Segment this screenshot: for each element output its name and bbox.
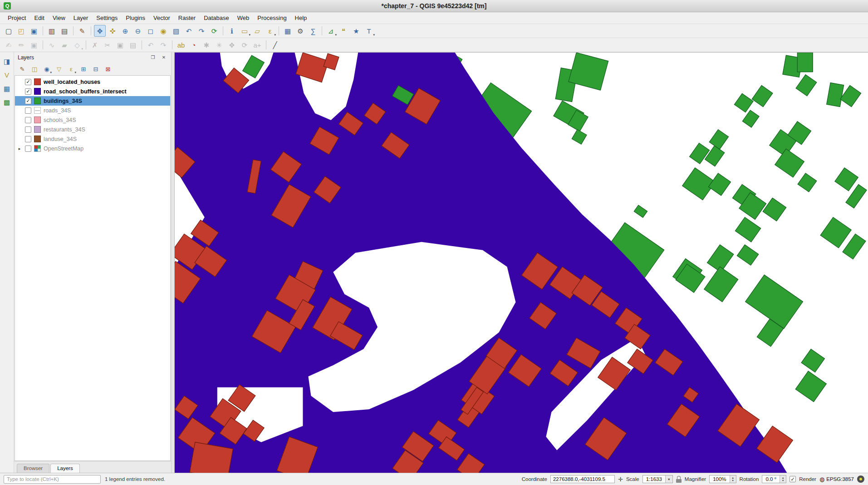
add-vector-layer-button[interactable]: V: [1, 69, 12, 80]
menu-plugins[interactable]: Plugins: [122, 13, 149, 23]
menu-web[interactable]: Web: [233, 13, 254, 23]
undo-button[interactable]: ↶: [145, 39, 157, 51]
layer-visibility-checkbox[interactable]: [25, 136, 31, 142]
open-layer-styling-button[interactable]: ✎: [17, 64, 27, 74]
highlight-pinned-labels-button[interactable]: ✳: [213, 39, 225, 51]
expand-all-button[interactable]: ⊞: [78, 64, 88, 74]
menu-raster[interactable]: Raster: [174, 13, 200, 23]
close-panel-button[interactable]: ✕: [161, 54, 167, 61]
zoom-in-button[interactable]: ⊕: [119, 25, 131, 37]
statistical-summary-button[interactable]: ∑: [307, 25, 319, 37]
render-checkbox[interactable]: ✓: [790, 476, 796, 482]
layer-visibility-checkbox[interactable]: [25, 146, 31, 152]
layer-item[interactable]: ▸OpenStreetMap: [15, 144, 170, 153]
pan-map-button[interactable]: ✥: [94, 25, 106, 37]
dock-tab-browser[interactable]: Browser: [17, 464, 49, 473]
layer-item[interactable]: landuse_34S: [15, 134, 170, 144]
locate-input[interactable]: [4, 475, 101, 484]
scale-combo[interactable]: 1:1633 ▾: [642, 475, 673, 483]
layer-diagram-button[interactable]: ◔: [188, 39, 200, 51]
menu-layer[interactable]: Layer: [69, 13, 93, 23]
new-bookmark-button[interactable]: ★: [350, 25, 362, 37]
show-layout-manager-button[interactable]: ▤: [59, 25, 70, 37]
move-label-button[interactable]: ✥: [226, 39, 238, 51]
select-features-button[interactable]: ▭▾: [239, 25, 250, 37]
add-polygon-feature-button[interactable]: ▰: [59, 39, 70, 51]
crs-button[interactable]: ◍ EPSG:3857: [819, 476, 854, 483]
add-group-button[interactable]: ◫: [29, 64, 39, 74]
add-mesh-layer-button[interactable]: ▩: [1, 97, 12, 107]
zoom-last-button[interactable]: ↶: [183, 25, 195, 37]
rotation-spin-arrows[interactable]: ▴▾: [780, 475, 786, 483]
zoom-next-button[interactable]: ↷: [196, 25, 207, 37]
layer-visibility-checkbox[interactable]: ✓: [25, 98, 31, 104]
data-source-manager-button[interactable]: ◨: [1, 56, 12, 67]
expander-icon[interactable]: ▸: [17, 146, 22, 151]
remove-layer-button[interactable]: ⊠: [103, 64, 113, 74]
layer-visibility-checkbox[interactable]: ✓: [25, 79, 31, 85]
layer-item[interactable]: ✓road_school_buffers_intersect: [15, 87, 170, 96]
select-by-expression-button[interactable]: ε▾: [264, 25, 276, 37]
manage-map-themes-button[interactable]: ◉▾: [42, 64, 52, 74]
zoom-out-button[interactable]: ⊖: [132, 25, 144, 37]
layer-visibility-checkbox[interactable]: [25, 107, 31, 114]
coordinate-input[interactable]: [550, 475, 615, 483]
text-annotation-button[interactable]: T▾: [363, 25, 375, 37]
magnifier-spin[interactable]: 100% ▴▾: [709, 475, 736, 483]
copy-features-button[interactable]: ▣: [114, 39, 126, 51]
new-project-button[interactable]: ▢: [3, 25, 15, 37]
menu-settings[interactable]: Settings: [92, 13, 122, 23]
layer-labeling-button[interactable]: ab: [175, 39, 187, 51]
zoom-full-button[interactable]: ◻: [145, 25, 157, 37]
toggle-editing-button[interactable]: ✏: [15, 39, 27, 51]
deselect-features-button[interactable]: ▱: [251, 25, 263, 37]
collapse-all-button[interactable]: ⊟: [91, 64, 101, 74]
redo-button[interactable]: ↷: [157, 39, 169, 51]
rotate-label-button[interactable]: ⟳: [239, 39, 250, 51]
current-edits-button[interactable]: ✍: [3, 39, 15, 51]
dock-tab-layers[interactable]: Layers: [50, 464, 80, 473]
open-attribute-table-button[interactable]: ▦: [282, 25, 294, 37]
map-canvas[interactable]: [175, 52, 868, 473]
menu-database[interactable]: Database: [200, 13, 233, 23]
layer-visibility-checkbox[interactable]: [25, 126, 31, 133]
save-layer-edits-button[interactable]: ▣: [28, 39, 40, 51]
menu-view[interactable]: View: [49, 13, 69, 23]
lock-scale-icon[interactable]: [676, 476, 682, 483]
map-tips-button[interactable]: ❝: [338, 25, 349, 37]
float-panel-button[interactable]: ❐: [150, 54, 156, 61]
layer-visibility-checkbox[interactable]: ✓: [25, 88, 31, 95]
zoom-to-layer-button[interactable]: ▧: [170, 25, 182, 37]
digitize-with-segment-button[interactable]: ∿: [46, 39, 58, 51]
processing-toolbox-button[interactable]: ⚙: [294, 25, 306, 37]
layer-item[interactable]: roads_34S: [15, 106, 170, 115]
layer-item[interactable]: ✓well_located_houses: [15, 77, 170, 87]
layer-item[interactable]: restaurants_34S: [15, 125, 170, 134]
delete-selected-button[interactable]: ✗: [89, 39, 101, 51]
message-log-button[interactable]: [857, 475, 864, 483]
menu-processing[interactable]: Processing: [253, 13, 290, 23]
open-project-button[interactable]: ◰: [15, 25, 27, 37]
cut-features-button[interactable]: ✂: [102, 39, 113, 51]
rotation-spin[interactable]: 0.0 ° ▴▾: [762, 475, 786, 483]
layer-item[interactable]: ✓buildings_34S: [15, 96, 170, 106]
menu-help[interactable]: Help: [291, 13, 311, 23]
magnifier-spin-arrows[interactable]: ▴▾: [730, 475, 736, 483]
add-raster-layer-button[interactable]: ▦: [1, 83, 12, 94]
layer-item[interactable]: schools_34S: [15, 115, 170, 125]
menu-vector[interactable]: Vector: [149, 13, 174, 23]
scale-dropdown-arrow-icon[interactable]: ▾: [665, 475, 672, 483]
save-project-button[interactable]: ▣: [28, 25, 40, 37]
menu-project[interactable]: Project: [4, 13, 30, 23]
advanced-digitizing-button[interactable]: ╱: [269, 39, 281, 51]
filter-by-expression-button[interactable]: ε▾: [66, 64, 76, 74]
layer-visibility-checkbox[interactable]: [25, 117, 31, 123]
coordinate-extents-toggle-icon[interactable]: ✛: [618, 476, 623, 483]
filter-legend-button[interactable]: ▽: [54, 64, 64, 74]
new-print-layout-button[interactable]: ▥: [46, 25, 58, 37]
identify-features-button[interactable]: ℹ: [226, 25, 238, 37]
style-manager-button[interactable]: ✎: [76, 25, 88, 37]
panel-splitter[interactable]: [171, 52, 175, 473]
zoom-to-selection-button[interactable]: ◉: [157, 25, 169, 37]
pin-labels-button[interactable]: ✱: [201, 39, 212, 51]
